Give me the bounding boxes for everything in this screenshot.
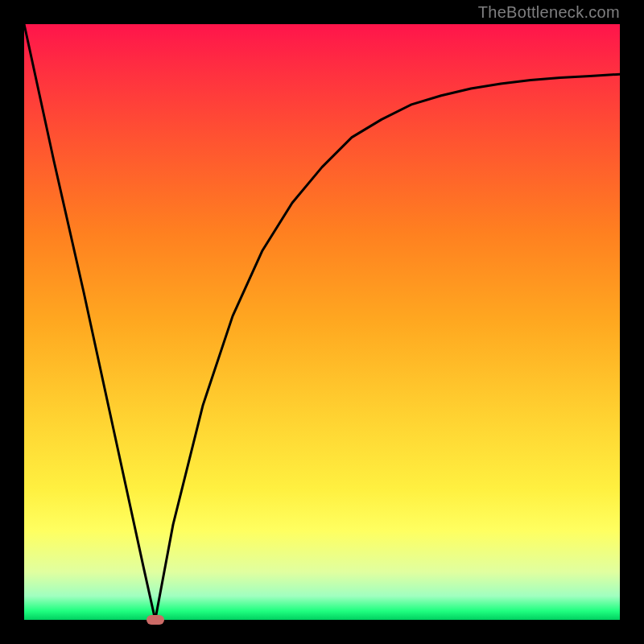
watermark-text: TheBottleneck.com (478, 3, 620, 22)
optimal-marker (147, 615, 164, 625)
plot-area (24, 24, 620, 620)
bottleneck-curve (24, 24, 620, 620)
chart-container: TheBottleneck.com (0, 0, 644, 644)
